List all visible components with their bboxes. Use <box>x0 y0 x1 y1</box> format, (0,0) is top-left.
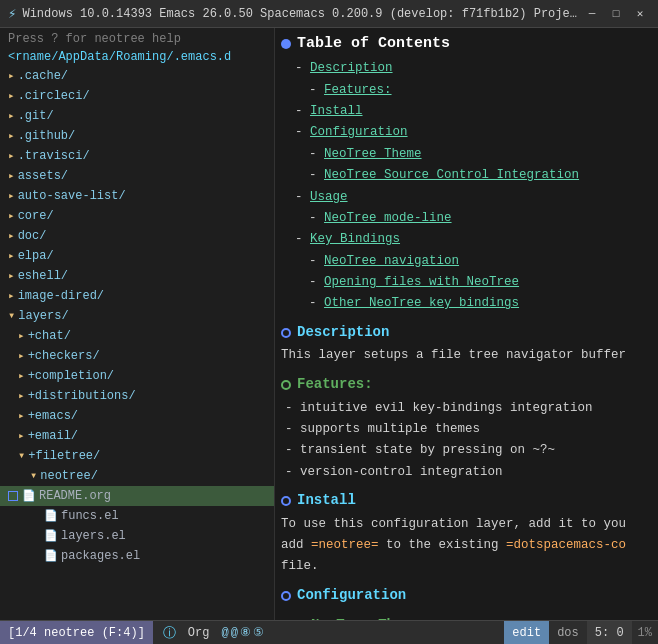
install-text-2: add =neotree= to the existing =dotspacem… <box>281 536 652 555</box>
tree-item-circleci[interactable]: ▸ .circleci/ <box>0 86 274 106</box>
tree-item-filetree[interactable]: ▾ +filetree/ <box>0 446 274 466</box>
folder-closed-icon: ▸ <box>18 348 25 365</box>
folder-closed-icon: ▸ <box>8 68 15 85</box>
circle-dot-icon <box>281 496 291 506</box>
tree-item-travisci[interactable]: ▸ .travisci/ <box>0 146 274 166</box>
tree-item-github[interactable]: ▸ .github/ <box>0 126 274 146</box>
tree-item-cache[interactable]: ▸ .cache/ <box>0 66 274 86</box>
tree-item-email[interactable]: ▸ +email/ <box>0 426 274 446</box>
tree-item-checkers[interactable]: ▸ +checkers/ <box>0 346 274 366</box>
status-middle: ⓘ Org @@⑧⑤ <box>153 624 505 642</box>
toc-item-navigation[interactable]: - NeoTree navigation <box>281 252 652 271</box>
feature-item-3: - transient state by pressing on ~?~ <box>281 441 652 460</box>
folder-closed-icon: ▸ <box>18 328 25 345</box>
tree-item-packages[interactable]: 📄 packages.el <box>0 546 274 566</box>
sidebar-help-text: Press ? for neotree help <box>0 30 274 48</box>
folder-closed-icon: ▸ <box>8 268 15 285</box>
tree-item-eshell[interactable]: ▸ eshell/ <box>0 266 274 286</box>
app-icon: ⚡ <box>8 5 16 22</box>
sidebar-path: <rname/AppData/Roaming/.emacs.d <box>0 48 274 66</box>
status-line-col: 5: 0 <box>587 621 632 644</box>
green-circle-icon <box>281 380 291 390</box>
tree-item-elpa[interactable]: ▸ elpa/ <box>0 246 274 266</box>
window-controls: ─ □ ✕ <box>582 4 650 24</box>
folder-open-icon: ▾ <box>8 307 15 325</box>
file-icon: 📄 <box>44 508 58 525</box>
folder-closed-icon: ▸ <box>8 148 15 165</box>
circle-dot-icon <box>281 591 291 601</box>
section-features: Features: <box>281 374 652 396</box>
section-description: Description <box>281 322 652 344</box>
window-title: Windows 10.0.14393 Emacs 26.0.50 Spacema… <box>22 7 582 21</box>
file-icon: 📄 <box>44 528 58 545</box>
install-text-1: To use this configuration layer, add it … <box>281 515 652 534</box>
status-bar: [1/4 neotree (F:4)] ⓘ Org @@⑧⑤ edit dos … <box>0 620 658 644</box>
tree-item-completion[interactable]: ▸ +completion/ <box>0 366 274 386</box>
folder-closed-icon: ▸ <box>8 228 15 245</box>
content-area[interactable]: Table of Contents - Description - Featur… <box>275 28 658 620</box>
tree-item-doc[interactable]: ▸ doc/ <box>0 226 274 246</box>
info-icon: ⓘ <box>163 624 176 642</box>
main-area: Press ? for neotree help <rname/AppData/… <box>0 28 658 620</box>
close-button[interactable]: ✕ <box>630 4 650 24</box>
feature-item-2: - supports multiple themes <box>281 420 652 439</box>
tree-item-readme[interactable]: 📄 README.org <box>0 486 274 506</box>
toc-item-source-control[interactable]: - NeoTree Source Control Integration <box>281 166 652 185</box>
tree-item-git[interactable]: ▸ .git/ <box>0 106 274 126</box>
tree-item-assets[interactable]: ▸ assets/ <box>0 166 274 186</box>
title-bar: ⚡ Windows 10.0.14393 Emacs 26.0.50 Space… <box>0 0 658 28</box>
section-neotree-theme: NeoTree Theme <box>295 615 652 621</box>
tree-item-autosave[interactable]: ▸ auto-save-list/ <box>0 186 274 206</box>
file-icon: 📄 <box>44 548 58 565</box>
tree-item-layers[interactable]: ▾ layers/ <box>0 306 274 326</box>
folder-closed-icon: ▸ <box>8 288 15 305</box>
section-install: Install <box>281 490 652 512</box>
minimize-button[interactable]: ─ <box>582 4 602 24</box>
tree-item-neotree[interactable]: ▾ neotree/ <box>0 466 274 486</box>
status-percent: 1% <box>632 626 658 640</box>
tree-item-layers-el[interactable]: 📄 layers.el <box>0 526 274 546</box>
folder-open-icon: ▾ <box>18 447 25 465</box>
folder-open-icon: ▾ <box>30 467 37 485</box>
tree-item-imagedired[interactable]: ▸ image-dired/ <box>0 286 274 306</box>
toc-item-usage[interactable]: - Usage <box>281 188 652 207</box>
toc-item-keybindings[interactable]: - Key Bindings <box>281 230 652 249</box>
folder-closed-icon: ▸ <box>18 368 25 385</box>
toc-item-other-bindings[interactable]: - Other NeoTree key bindings <box>281 294 652 313</box>
feature-item-1: - intuitive evil key-bindings integratio… <box>281 399 652 418</box>
maximize-button[interactable]: □ <box>606 4 626 24</box>
folder-closed-icon: ▸ <box>18 428 25 445</box>
tree-item-emacs[interactable]: ▸ +emacs/ <box>0 406 274 426</box>
org-label: Org <box>188 626 210 640</box>
tree-item-distributions[interactable]: ▸ +distributions/ <box>0 386 274 406</box>
status-line-ending: dos <box>549 626 587 640</box>
feature-item-4: - version-control integration <box>281 463 652 482</box>
tree-item-chat[interactable]: ▸ +chat/ <box>0 326 274 346</box>
toc-item-configuration[interactable]: - Configuration <box>281 123 652 142</box>
folder-closed-icon: ▸ <box>8 188 15 205</box>
folder-closed-icon: ▸ <box>8 88 15 105</box>
toc-title: Table of Contents <box>281 32 652 55</box>
folder-closed-icon: ▸ <box>18 408 25 425</box>
folder-closed-icon: ▸ <box>8 168 15 185</box>
toc-item-features[interactable]: - Features: <box>281 81 652 100</box>
folder-closed-icon: ▸ <box>18 388 25 405</box>
unicode-icons: @@⑧⑤ <box>221 625 265 640</box>
toc-item-description[interactable]: - Description <box>281 59 652 78</box>
folder-closed-icon: ▸ <box>8 248 15 265</box>
folder-closed-icon: ▸ <box>8 128 15 145</box>
tree-item-core[interactable]: ▸ core/ <box>0 206 274 226</box>
file-icon: 📄 <box>22 488 36 505</box>
tree-item-funcs[interactable]: 📄 funcs.el <box>0 506 274 526</box>
folder-closed-icon: ▸ <box>8 108 15 125</box>
toc-item-neotree-theme[interactable]: - NeoTree Theme <box>281 145 652 164</box>
toc-item-modeline[interactable]: - NeoTree mode-line <box>281 209 652 228</box>
toc-item-install[interactable]: - Install <box>281 102 652 121</box>
sidebar[interactable]: Press ? for neotree help <rname/AppData/… <box>0 28 275 620</box>
folder-closed-icon: ▸ <box>8 208 15 225</box>
status-mode: edit <box>504 621 549 644</box>
install-text-3: file. <box>281 557 652 576</box>
description-text: This layer setups a file tree navigator … <box>281 346 652 365</box>
toc-item-opening-files[interactable]: - Opening files with NeoTree <box>281 273 652 292</box>
toc-list: - Description - Features: - Install - Co… <box>281 59 652 314</box>
